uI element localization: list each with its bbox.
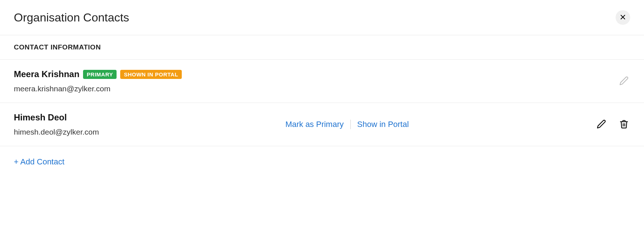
contact-email: himesh.deol@zylker.com: [14, 128, 99, 136]
contact-row: Meera Krishnan PRIMARY SHOWN IN PORTAL m…: [0, 60, 644, 103]
contact-email: meera.krishnan@zylker.com: [14, 84, 182, 93]
page-header: Organisation Contacts: [0, 0, 644, 35]
contact-row: Himesh Deol himesh.deol@zylker.com Mark …: [0, 103, 644, 146]
delete-contact-button[interactable]: [618, 118, 630, 131]
primary-badge: PRIMARY: [83, 70, 117, 79]
trash-icon: [619, 119, 629, 130]
shown-in-portal-badge: SHOWN IN PORTAL: [120, 70, 182, 79]
edit-contact-button[interactable]: [595, 118, 608, 131]
mark-as-primary-link[interactable]: Mark as Primary: [279, 120, 350, 129]
close-icon: [620, 14, 626, 21]
contact-name: Meera Krishnan: [14, 69, 79, 79]
section-header: CONTACT INFORMATION: [0, 35, 644, 60]
page-title: Organisation Contacts: [14, 11, 129, 24]
show-in-portal-link[interactable]: Show in Portal: [351, 120, 416, 129]
add-contact-button[interactable]: + Add Contact: [0, 146, 78, 178]
pencil-icon: [597, 119, 606, 130]
pencil-icon: [619, 76, 629, 87]
contact-name: Himesh Deol: [14, 112, 67, 123]
edit-contact-button[interactable]: [618, 75, 630, 88]
close-button[interactable]: [616, 10, 630, 25]
